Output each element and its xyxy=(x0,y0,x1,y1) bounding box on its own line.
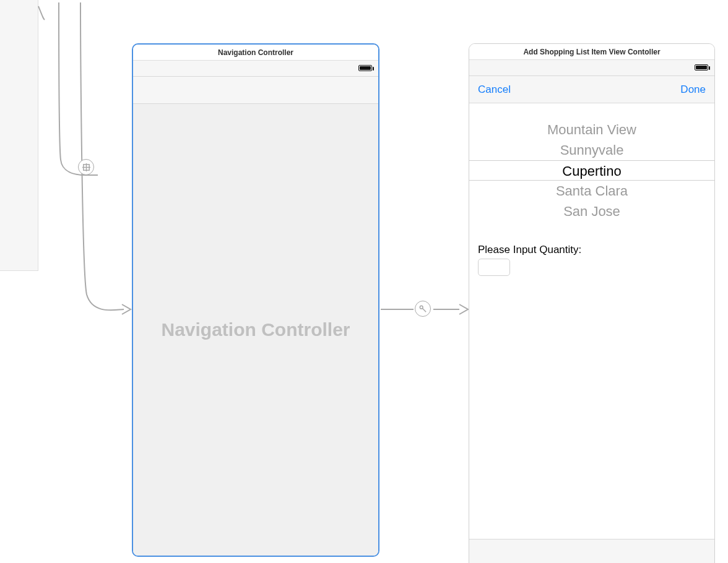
svg-point-5 xyxy=(420,306,423,309)
scene-title-text: Navigation Controller xyxy=(218,48,293,57)
nav-controller-body: Navigation Controller xyxy=(133,104,378,556)
scene-title-bar[interactable]: Add Shopping List Item View Contoller xyxy=(469,44,714,60)
navigation-bar: Cancel Done xyxy=(469,76,714,103)
scene-title-bar[interactable]: Navigation Controller xyxy=(133,45,378,61)
battery-icon xyxy=(358,65,372,71)
picker-option[interactable]: Cupertino xyxy=(469,160,714,181)
picker-option[interactable]: San Jose xyxy=(469,201,714,221)
navigation-bar xyxy=(133,77,378,104)
done-button[interactable]: Done xyxy=(680,84,706,96)
scene-navigation-controller[interactable]: Navigation Controller Navigation Control… xyxy=(132,43,379,557)
nav-controller-placeholder-label: Navigation Controller xyxy=(161,319,350,340)
cancel-button[interactable]: Cancel xyxy=(478,84,511,96)
offscreen-scene-left xyxy=(0,0,38,271)
quantity-input[interactable] xyxy=(478,259,510,276)
picker-option[interactable]: Mountain View xyxy=(469,119,714,140)
picker-option[interactable]: Sunnyvale xyxy=(469,140,714,160)
svg-line-6 xyxy=(422,308,426,312)
scene-add-shopping-list-item[interactable]: Add Shopping List Item View Contoller Ca… xyxy=(469,43,715,563)
segue-badge-relationship[interactable] xyxy=(78,159,94,175)
picker-wheel[interactable]: Mountain ViewSunnyvaleCupertinoSanta Cla… xyxy=(469,103,714,233)
scene-title-text: Add Shopping List Item View Contoller xyxy=(523,48,660,56)
segue-badge-rootview[interactable] xyxy=(415,301,431,317)
status-bar xyxy=(133,61,378,77)
tab-bar-placeholder xyxy=(469,539,714,563)
battery-icon xyxy=(695,64,708,71)
add-item-body: Mountain ViewSunnyvaleCupertinoSanta Cla… xyxy=(469,103,714,563)
status-bar xyxy=(469,60,714,76)
picker-option[interactable]: Santa Clara xyxy=(469,181,714,201)
quantity-label: Please Input Quantity: xyxy=(469,233,714,259)
